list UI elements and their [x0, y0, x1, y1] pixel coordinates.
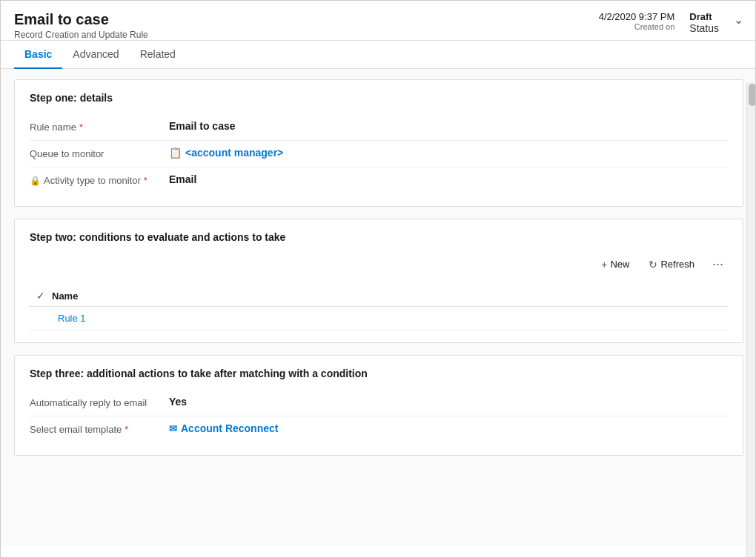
email-template-value[interactable]: ✉ Account Reconnect	[163, 422, 728, 434]
step-three-title: Step three: additional actions to take a…	[30, 368, 728, 379]
created-label: Created on	[599, 22, 675, 31]
header-right: 4/2/2020 9:37 PM Created on Draft Status…	[599, 11, 743, 34]
scrollbar[interactable]	[746, 82, 756, 558]
field-label-activity-type: 🔒 Activity type to monitor *	[30, 173, 163, 186]
status-container: Draft	[689, 11, 712, 22]
table-row[interactable]: Rule 1	[30, 307, 728, 331]
tab-related[interactable]: Related	[130, 41, 186, 69]
status-label: Status	[689, 22, 719, 34]
field-label-queue: Queue to monitor	[30, 147, 163, 159]
page-title: Email to case	[14, 11, 148, 28]
page-subtitle: Record Creation and Update Rule	[14, 30, 148, 40]
created-date: 4/2/2020 9:37 PM	[599, 11, 675, 22]
activity-type-value: Email	[163, 173, 728, 185]
field-row-activity-type: 🔒 Activity type to monitor * Email	[30, 167, 728, 194]
queue-label-text: Queue to monitor	[30, 148, 104, 159]
step-three-card: Step three: additional actions to take a…	[14, 355, 743, 456]
auto-reply-label-text: Automatically reply to email	[30, 397, 147, 408]
table-check-icon: ✓	[30, 290, 52, 302]
rule-name-value: Email to case	[163, 120, 728, 132]
new-button[interactable]: + New	[595, 256, 635, 273]
field-row-auto-reply: Automatically reply to email Yes	[30, 390, 728, 416]
activity-type-label-text: Activity type to monitor	[44, 175, 141, 186]
step-one-card: Step one: details Rule name * Email to c…	[14, 79, 743, 207]
rule-name-label-text: Rule name	[30, 122, 76, 133]
more-options-button[interactable]: ···	[708, 253, 728, 275]
email-template-link-text: Account Reconnect	[181, 422, 278, 434]
refresh-button-label: Refresh	[660, 259, 694, 270]
step-one-title: Step one: details	[30, 92, 728, 104]
rule-name-required: *	[79, 122, 83, 133]
field-label-auto-reply: Automatically reply to email	[30, 396, 163, 408]
field-label-email-template: Select email template *	[30, 422, 163, 435]
auto-reply-value: Yes	[163, 396, 728, 408]
step-two-card: Step two: conditions to evaluate and act…	[14, 219, 743, 343]
status-column: Draft Status	[689, 11, 719, 34]
refresh-button[interactable]: ↻ Refresh	[643, 256, 700, 273]
plus-icon: +	[601, 259, 607, 270]
scrollbar-thumb[interactable]	[749, 84, 756, 106]
activity-lock-icon: 🔒	[30, 176, 41, 186]
refresh-icon: ↻	[649, 259, 657, 270]
email-template-icon: ✉	[169, 423, 177, 434]
queue-value[interactable]: 📋 <account manager>	[163, 147, 728, 159]
queue-link-text: <account manager>	[185, 147, 283, 159]
main-content: Step one: details Rule name * Email to c…	[1, 69, 756, 545]
new-button-label: New	[610, 259, 629, 270]
step-two-toolbar: + New ↻ Refresh ···	[30, 253, 728, 279]
queue-icon: 📋	[169, 147, 182, 159]
step-two-title: Step two: conditions to evaluate and act…	[30, 231, 728, 243]
tab-advanced[interactable]: Advanced	[62, 41, 129, 69]
field-row-email-template: Select email template * ✉ Account Reconn…	[30, 416, 728, 443]
field-row-rule-name: Rule name * Email to case	[30, 114, 728, 141]
field-row-queue: Queue to monitor 📋 <account manager>	[30, 141, 728, 167]
email-template-required: *	[125, 424, 128, 435]
tab-basic[interactable]: Basic	[14, 41, 62, 69]
rule-1-link[interactable]: Rule 1	[52, 313, 86, 324]
email-template-label-text: Select email template	[30, 424, 122, 435]
header-meta: 4/2/2020 9:37 PM Created on	[599, 11, 675, 31]
status-value: Draft	[689, 11, 712, 22]
tabs-container: Basic Advanced Related	[1, 41, 756, 69]
field-label-rule-name: Rule name *	[30, 120, 163, 133]
table-header-row: ✓ Name	[30, 285, 728, 307]
header-left: Email to case Record Creation and Update…	[14, 11, 148, 40]
activity-type-required: *	[144, 175, 147, 186]
status-chevron-icon[interactable]: ⌄	[734, 13, 743, 27]
table-col-header-name: Name	[52, 290, 728, 302]
page-header: Email to case Record Creation and Update…	[1, 1, 756, 41]
